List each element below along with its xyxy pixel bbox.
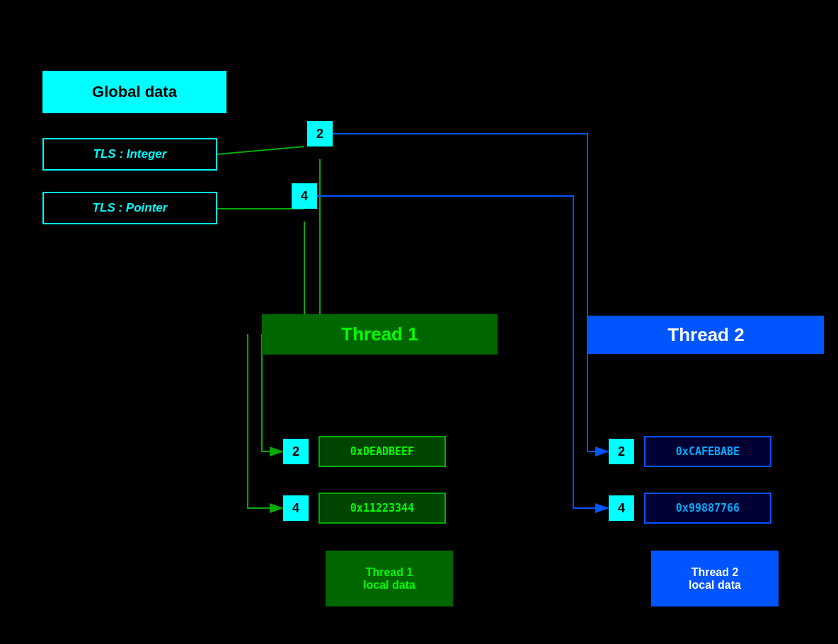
global-data-box: Global data — [42, 71, 226, 113]
thread2-idx4: 4 — [618, 501, 625, 516]
tls-integer-label: TLS : Integer — [93, 147, 167, 161]
thread2-idx2: 2 — [618, 444, 625, 459]
tls-integer-box: TLS : Integer — [42, 138, 217, 171]
thread1-idx2: 2 — [292, 444, 299, 459]
svg-line-2 — [217, 146, 304, 154]
thread1-label: Thread 1 — [341, 323, 418, 345]
thread2-local-data: Thread 2local data — [651, 551, 779, 606]
thread1-index-2: 2 — [283, 439, 309, 464]
thread2-data-2: 0xCAFEBABE — [644, 436, 771, 467]
tls-index-4: 4 — [301, 189, 308, 204]
thread1-header: Thread 1 — [262, 314, 498, 355]
thread2-label: Thread 2 — [667, 324, 744, 346]
thread2-data-4-val: 0x99887766 — [676, 502, 740, 514]
thread1-data-2-val: 0xDEADBEEF — [350, 445, 414, 458]
thread1-data-2: 0xDEADBEEF — [318, 436, 446, 467]
thread1-data-4: 0x11223344 — [318, 493, 446, 524]
tls-index-4-box: 4 — [292, 183, 317, 209]
thread2-local-label: Thread 2local data — [689, 566, 741, 592]
tls-index-2-box: 2 — [307, 121, 333, 146]
thread1-data-4-val: 0x11223344 — [350, 502, 414, 514]
thread1-local-data: Thread 1local data — [326, 551, 453, 606]
thread2-data-2-val: 0xCAFEBABE — [676, 445, 740, 458]
thread2-data-4: 0x99887766 — [644, 493, 771, 524]
thread1-local-label: Thread 1local data — [363, 566, 415, 592]
global-data-label: Global data — [92, 83, 177, 101]
tls-pointer-box: TLS : Pointer — [42, 192, 217, 224]
tls-pointer-label: TLS : Pointer — [93, 201, 168, 215]
tls-index-2: 2 — [316, 127, 323, 142]
thread1-idx4: 4 — [292, 501, 299, 516]
thread2-header: Thread 2 — [588, 316, 824, 354]
thread1-index-4: 4 — [283, 495, 309, 521]
thread2-index-2: 2 — [609, 439, 634, 464]
thread2-index-4: 4 — [609, 495, 634, 521]
